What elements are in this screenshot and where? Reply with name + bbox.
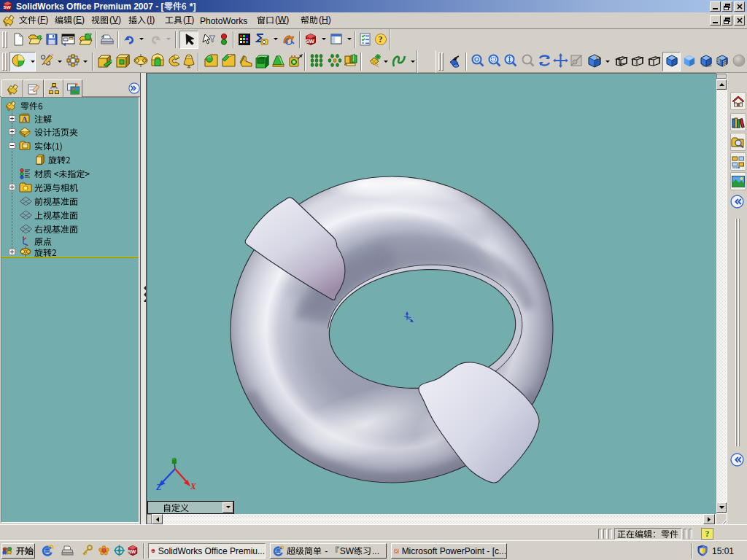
svg-text:Z: Z [155,482,162,492]
svg-text:?: ? [378,34,382,44]
svg-text:A: A [22,115,28,123]
svg-text:SW: SW [306,38,315,44]
svg-text:X: X [190,481,197,491]
svg-text:SW: SW [4,4,11,9]
svg-text:SW: SW [128,549,136,554]
